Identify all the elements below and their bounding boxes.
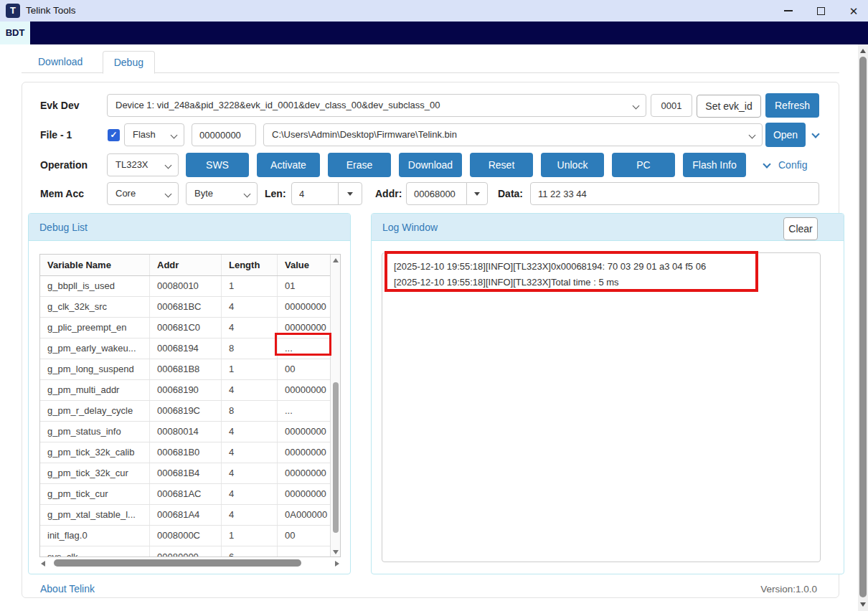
table-row[interactable]: g_clk_32k_src000681BC400000000 bbox=[40, 297, 331, 318]
minimize-icon bbox=[784, 10, 793, 11]
maximize-button[interactable] bbox=[811, 0, 830, 22]
scrollbar-thumb[interactable] bbox=[859, 57, 867, 597]
operation-button-reset[interactable]: Reset bbox=[470, 153, 533, 177]
log-output[interactable]: [2025-12-10 19:55:18][INFO][TL323X]0x000… bbox=[382, 252, 821, 562]
operation-buttons: SWSActivateEraseDownloadResetUnlockPCFla… bbox=[186, 153, 746, 177]
close-icon: ✕ bbox=[849, 6, 859, 16]
cell-addr: 00080000 bbox=[150, 546, 222, 557]
cell-addr: 000681AC bbox=[150, 484, 222, 504]
cell-value: 0A000000 bbox=[278, 505, 331, 525]
tab-bdt[interactable]: BDT bbox=[0, 22, 30, 44]
cell-addr: 000681B4 bbox=[150, 463, 222, 483]
table-row[interactable]: g_pm_tick_32k_cur000681B4400000000 bbox=[40, 463, 331, 484]
operation-button-activate[interactable]: Activate bbox=[257, 153, 320, 177]
debug-list-panel: Debug List Variable NameAddrLengthValue … bbox=[28, 213, 351, 574]
config-toggle[interactable]: Config bbox=[778, 153, 807, 176]
table-row[interactable]: g_pm_tick_cur000681AC400000000 bbox=[40, 484, 331, 505]
refresh-button[interactable]: Refresh bbox=[765, 93, 819, 118]
addr-label: Addr: bbox=[375, 182, 402, 205]
table-row[interactable]: g_pm_status_info00080014400000000 bbox=[40, 422, 331, 442]
scrollbar-thumb[interactable] bbox=[333, 382, 339, 533]
cell-value: ... bbox=[278, 401, 331, 421]
addr-input[interactable] bbox=[406, 182, 467, 205]
cell-variable-name: sys_clk bbox=[40, 546, 150, 557]
mem-target-select[interactable]: Core bbox=[107, 182, 179, 205]
file1-enable-checkbox[interactable]: ✓ bbox=[108, 129, 120, 141]
chevron-down-icon bbox=[165, 191, 172, 198]
clear-button[interactable]: Clear bbox=[783, 217, 818, 240]
cell-addr: 000681BC bbox=[150, 297, 222, 317]
cell-value: 01 bbox=[278, 276, 331, 296]
cell-addr: 0006819C bbox=[150, 401, 222, 421]
cell-variable-name: g_pm_long_suspend bbox=[40, 359, 150, 379]
window-scrollbar[interactable] bbox=[858, 44, 868, 611]
expand-files-chevron-icon[interactable] bbox=[811, 130, 819, 138]
operation-button-sws[interactable]: SWS bbox=[186, 153, 249, 177]
evk-id-input[interactable] bbox=[651, 94, 692, 117]
mem-unit-select[interactable]: Byte bbox=[186, 182, 258, 205]
minimize-button[interactable] bbox=[779, 0, 798, 22]
chip-select[interactable]: TL323X bbox=[107, 153, 179, 176]
config-chevron-icon[interactable] bbox=[763, 160, 770, 168]
log-window-title: Log Window bbox=[372, 214, 844, 241]
cell-length: 8 bbox=[222, 338, 278, 359]
table-row[interactable]: g_bbpll_is_used00080010101 bbox=[40, 276, 331, 297]
table-row[interactable]: init_flag.00008000C100 bbox=[40, 526, 331, 546]
cell-value: 00000000 bbox=[278, 380, 331, 400]
file1-path-combo[interactable]: C:\Users\Admin\Desktop\Firmware\Telink.b… bbox=[263, 123, 763, 146]
tab-download[interactable]: Download bbox=[27, 51, 93, 72]
spinner-down-icon bbox=[474, 192, 480, 196]
scroll-down-icon[interactable] bbox=[860, 602, 866, 607]
operation-button-download[interactable]: Download bbox=[399, 153, 462, 177]
cell-value: 00 bbox=[278, 526, 331, 546]
operation-button-erase[interactable]: Erase bbox=[328, 153, 391, 177]
cell-length: 4 bbox=[222, 297, 278, 317]
column-header-length: Length bbox=[222, 255, 278, 275]
addr-spinner-button[interactable] bbox=[466, 182, 488, 205]
table-horizontal-scrollbar[interactable] bbox=[39, 559, 341, 570]
cell-variable-name: g_pm_r_delay_cycle bbox=[40, 401, 150, 421]
len-input[interactable] bbox=[291, 182, 339, 205]
data-label: Data: bbox=[498, 182, 523, 205]
tab-debug[interactable]: Debug bbox=[103, 51, 155, 74]
mem-unit-value: Byte bbox=[194, 188, 213, 199]
table-row[interactable]: g_pm_multi_addr00068190400000000 bbox=[40, 380, 331, 401]
len-label: Len: bbox=[265, 182, 286, 205]
cell-variable-name: g_pm_multi_addr bbox=[40, 380, 150, 400]
annotation-box-value-cell bbox=[275, 333, 331, 356]
scroll-down-icon[interactable] bbox=[333, 550, 339, 554]
scrollbar-thumb[interactable] bbox=[54, 559, 301, 567]
chip-select-value: TL323X bbox=[115, 159, 148, 170]
operation-button-flash-info[interactable]: Flash Info bbox=[683, 153, 746, 177]
scroll-up-icon[interactable] bbox=[333, 258, 339, 262]
cell-addr: 00080014 bbox=[150, 422, 222, 442]
data-input[interactable] bbox=[530, 182, 819, 205]
mem-target-value: Core bbox=[115, 188, 136, 199]
column-header-variable-name: Variable Name bbox=[40, 255, 150, 275]
scroll-up-icon[interactable] bbox=[860, 49, 866, 53]
scroll-right-icon[interactable] bbox=[335, 561, 339, 567]
len-spinner-button[interactable] bbox=[338, 182, 362, 205]
cell-value bbox=[278, 546, 331, 557]
close-button[interactable]: ✕ bbox=[844, 0, 863, 22]
file1-type-select[interactable]: Flash bbox=[124, 123, 184, 146]
file1-offset-input[interactable] bbox=[192, 123, 256, 146]
operation-button-unlock[interactable]: Unlock bbox=[541, 153, 604, 177]
evk-dev-label: Evk Dev bbox=[40, 94, 79, 117]
table-row[interactable]: g_pm_r_delay_cycle0006819C8... bbox=[40, 401, 331, 422]
open-button[interactable]: Open bbox=[765, 123, 806, 147]
scroll-left-icon[interactable] bbox=[41, 561, 45, 567]
table-vertical-scrollbar[interactable] bbox=[330, 255, 340, 557]
operation-button-pc[interactable]: PC bbox=[612, 153, 675, 177]
device-select[interactable]: Device 1: vid_248a&pid_3228&evk_id_0001&… bbox=[107, 94, 646, 117]
table-row[interactable]: g_pm_xtal_stable_l...000681A440A000000 bbox=[40, 505, 331, 526]
app-bar: BDT bbox=[0, 22, 868, 44]
cell-addr: 000681B0 bbox=[150, 442, 222, 463]
table-row[interactable]: g_pm_long_suspend000681B8100 bbox=[40, 359, 331, 380]
set-evk-id-button[interactable]: Set evk_id bbox=[697, 95, 761, 118]
cell-value: 00000000 bbox=[278, 422, 331, 442]
table-row[interactable]: sys_clk000800006 bbox=[40, 546, 331, 557]
about-telink-link[interactable]: About Telink bbox=[40, 583, 95, 595]
spinner-down-icon bbox=[347, 192, 353, 196]
table-row[interactable]: g_pm_tick_32k_calib000681B0400000000 bbox=[40, 442, 331, 463]
